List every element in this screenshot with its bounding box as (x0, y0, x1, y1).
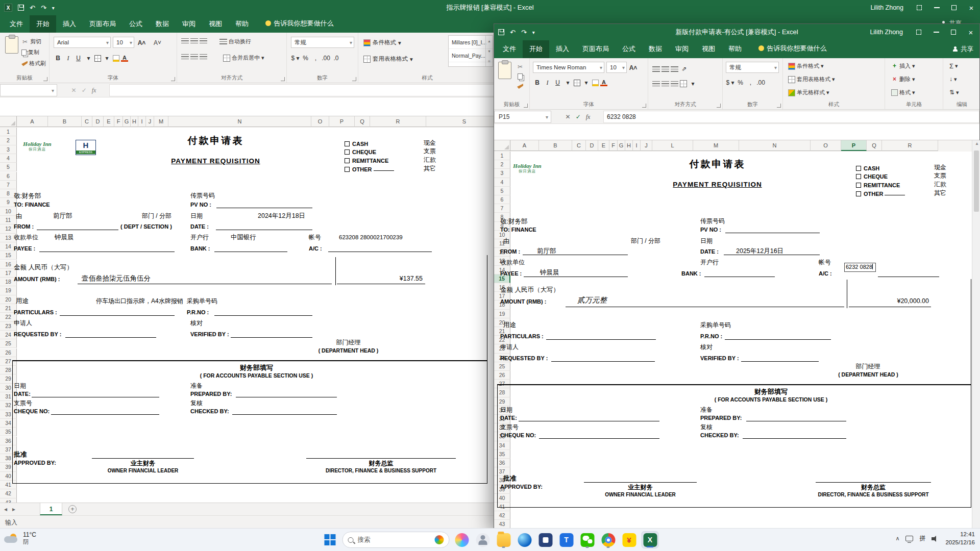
start-button[interactable] (322, 531, 339, 548)
row-header-2[interactable]: 2 (494, 160, 510, 169)
font-name-select[interactable]: Times New Roman (533, 62, 604, 73)
taskbar-edge[interactable] (516, 531, 533, 548)
save-button[interactable] (18, 5, 24, 11)
column-header-O[interactable]: O (311, 116, 329, 127)
align-top-icon[interactable] (652, 66, 660, 72)
merge-center-button[interactable]: 合并后居中▾ (223, 54, 264, 62)
formula-bar-extension[interactable] (494, 124, 979, 140)
row-header-6[interactable]: 6 (494, 195, 510, 204)
row-header-28[interactable]: 28 (494, 388, 510, 397)
sheet-nav-arrows[interactable]: ◂▸ (4, 503, 15, 515)
row-header-26[interactable]: 26 (0, 348, 17, 357)
taskbar-excel[interactable]: X (642, 531, 659, 548)
cell-styles-button[interactable]: 单元格样式▾ (788, 89, 829, 96)
row-header-7[interactable]: 7 (494, 204, 510, 213)
taskbar-copilot[interactable] (453, 531, 471, 548)
enter-icon[interactable]: ✓ (576, 113, 581, 120)
ribbon-tab-开始[interactable]: 开始 (30, 15, 56, 33)
cancel-icon[interactable]: ✕ (71, 87, 77, 94)
align-left-icon[interactable] (181, 54, 189, 60)
taskbar-teams[interactable]: T (558, 531, 575, 548)
row-header-5[interactable]: 5 (494, 187, 510, 195)
column-header-C[interactable]: C (572, 140, 586, 151)
fill-button[interactable]: ↓▾ (949, 76, 957, 83)
undo-button[interactable]: ↶ (30, 4, 35, 12)
row-header-1[interactable]: 1 (0, 128, 17, 136)
copy-button[interactable] (518, 73, 523, 80)
wrap-text-button[interactable]: 自动换行 (219, 38, 251, 45)
weather-widget[interactable]: 11°C阴 (4, 531, 36, 545)
align-top-icon[interactable] (181, 38, 189, 44)
ribbon-tab-公式[interactable]: 公式 (616, 40, 642, 58)
row-header-42[interactable]: 42 (494, 511, 510, 520)
column-header-H[interactable]: H (625, 140, 633, 151)
column-header-R[interactable]: R (882, 140, 938, 151)
row-header-40[interactable]: 40 (494, 494, 510, 503)
font-color-icon[interactable]: A (600, 79, 607, 86)
ribbon-tab-视图[interactable]: 视图 (202, 15, 229, 33)
maximize-button[interactable] (945, 0, 963, 15)
clipboard-dialog-launcher[interactable] (43, 77, 47, 81)
align-bottom-icon[interactable] (200, 38, 207, 44)
ribbon-display-options-button[interactable] (910, 24, 927, 40)
cut-button[interactable]: ✂剪切 (21, 38, 41, 45)
underline-button[interactable]: U (553, 78, 562, 88)
column-header-Q[interactable]: Q (867, 140, 882, 151)
row-header-3[interactable]: 3 (494, 169, 510, 178)
column-header-J[interactable]: J (146, 116, 154, 127)
taskbar-wechat[interactable] (579, 531, 596, 548)
ribbon-tab-帮助[interactable]: 帮助 (722, 40, 748, 58)
customize-qat-button[interactable]: ▾ (52, 5, 55, 11)
increase-decimal-button[interactable]: .00 (756, 78, 765, 88)
other-checkbox[interactable] (856, 191, 861, 196)
cheque-checkbox[interactable] (856, 174, 861, 179)
ribbon-tab-页面布局[interactable]: 页面布局 (83, 15, 122, 33)
new-sheet-button[interactable]: + (68, 505, 77, 513)
merge-center-icon[interactable] (680, 80, 687, 87)
borders-dropdown[interactable]: ▾ (582, 78, 591, 88)
column-header-P[interactable]: P (841, 140, 867, 151)
insert-function-icon[interactable]: fx (586, 113, 591, 121)
align-center-icon[interactable] (190, 54, 198, 60)
font-name-select[interactable]: Arial (54, 37, 111, 48)
row-header-5[interactable]: 5 (0, 163, 17, 171)
row-header-28[interactable]: 28 (0, 366, 17, 374)
column-header-C[interactable]: C (82, 116, 92, 127)
ribbon-tab-插入[interactable]: 插入 (56, 15, 83, 33)
sheet-grid[interactable] (510, 152, 972, 529)
row-header-26[interactable]: 26 (494, 371, 510, 380)
row-header-43[interactable]: 43 (494, 520, 510, 529)
gallery-scroll[interactable]: ▴▾≡ (485, 36, 493, 66)
minimize-button[interactable] (928, 0, 945, 15)
column-header-A[interactable]: A (510, 140, 539, 151)
underline-dropdown[interactable]: ▾ (84, 53, 93, 63)
vertical-scrollbar[interactable]: ▲ (972, 140, 980, 529)
orientation-button[interactable]: ⇗ (680, 64, 689, 74)
currency-button[interactable]: $ ▾ (726, 78, 734, 88)
row-header-4[interactable]: 4 (0, 154, 17, 163)
font-dialog-launcher[interactable] (171, 77, 175, 81)
row-header-29[interactable]: 29 (494, 397, 510, 406)
grow-font-button[interactable]: A˄ (137, 38, 146, 48)
active-cell-editor[interactable]: 6232 0828 (844, 263, 876, 272)
row-header-2[interactable]: 2 (0, 136, 17, 145)
tell-me-box[interactable]: 告诉我你想要做什么 (758, 44, 826, 53)
copy-button[interactable]: 复制 (21, 48, 39, 56)
fill-color-icon[interactable] (592, 80, 599, 86)
column-header-G[interactable]: G (123, 116, 131, 127)
conditional-format-button[interactable]: 条件格式▾ (363, 39, 401, 46)
column-header-L[interactable]: L (652, 140, 693, 151)
formula-input[interactable]: 6232 0828 (603, 111, 979, 123)
remittance-checkbox[interactable] (345, 158, 350, 163)
column-header-M[interactable]: M (154, 116, 168, 127)
alignment-dialog-launcher[interactable] (717, 104, 721, 108)
tray-overflow-button[interactable]: ∧ (895, 535, 899, 542)
merge-dropdown[interactable]: ▾ (689, 79, 697, 89)
row-header-10[interactable]: 10 (0, 207, 17, 216)
underline-dropdown[interactable]: ▾ (564, 78, 572, 88)
tell-me-box[interactable]: 告诉我你想要做什么 (265, 19, 333, 28)
comma-button[interactable]: , (311, 53, 320, 63)
column-header-D[interactable]: D (92, 116, 104, 127)
italic-button[interactable]: I (64, 53, 72, 63)
remittance-checkbox[interactable] (856, 183, 861, 188)
